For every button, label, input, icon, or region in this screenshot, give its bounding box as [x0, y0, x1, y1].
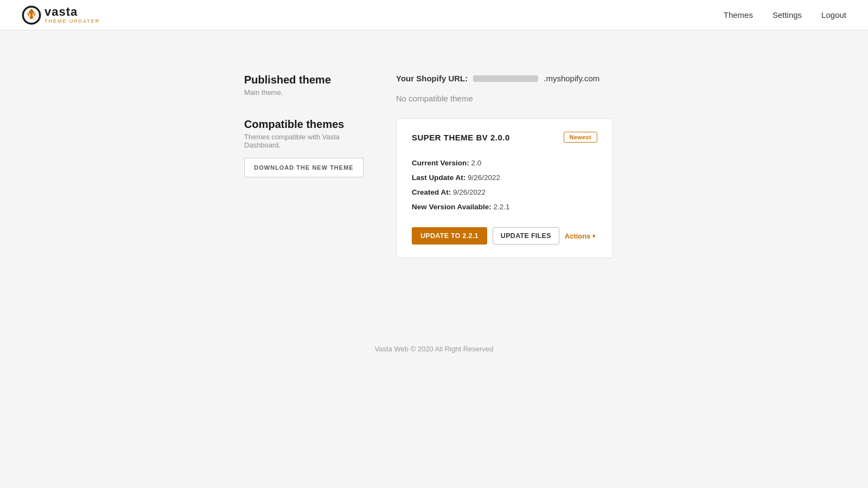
theme-card: SUPER THEME BV 2.0.0 Newest Current Vers…: [396, 118, 613, 258]
created-at-label: Created At:: [412, 188, 451, 196]
published-theme-section: Published theme Main theme.: [244, 74, 363, 97]
published-theme-title: Published theme: [244, 74, 363, 86]
brand-logo: vasta THEME UPDATER: [22, 5, 100, 25]
nav-logout[interactable]: Logout: [821, 10, 846, 20]
brand-subtitle: THEME UPDATER: [44, 19, 100, 24]
update-to-version-button[interactable]: UPDATE TO 2.2.1: [412, 227, 487, 245]
right-content: Your Shopify URL: .myshopify.com No comp…: [396, 63, 624, 258]
newest-badge: Newest: [564, 132, 597, 143]
svg-point-2: [30, 16, 33, 19]
theme-name: SUPER THEME BV 2.0.0: [412, 133, 510, 142]
vasta-logo-icon: [22, 5, 41, 25]
new-version-value-text: 2.2.1: [494, 203, 510, 211]
update-files-button[interactable]: UPDATE FILES: [493, 227, 559, 245]
nav-links: Themes Settings Logout: [724, 10, 846, 20]
shopify-url-row: Your Shopify URL: .myshopify.com: [396, 74, 624, 83]
shopify-url-domain: .myshopify.com: [544, 74, 599, 83]
nav-settings[interactable]: Settings: [773, 10, 802, 20]
download-new-theme-button[interactable]: DOWNLOAD THE NEW THEME: [244, 158, 363, 177]
main-content: Published theme Main theme. Compatible t…: [136, 30, 732, 291]
compatible-themes-subtitle: Themes compatible with Vasta Dashboard.: [244, 133, 363, 149]
last-update-row: Last Update At: 9/26/2022: [412, 170, 597, 185]
new-version-label: New Version Available:: [412, 203, 492, 211]
theme-details: Current Version: 2.0 Last Update At: 9/2…: [412, 156, 597, 214]
actions-button[interactable]: Actions ▾: [565, 232, 596, 240]
chevron-down-icon: ▾: [592, 233, 595, 239]
actions-label: Actions: [565, 232, 591, 240]
nav-themes[interactable]: Themes: [724, 10, 753, 20]
theme-card-header: SUPER THEME BV 2.0.0 Newest: [412, 132, 597, 143]
footer: Vasta Web © 2020 All Right Reserved: [0, 323, 868, 369]
created-at-row: Created At: 9/26/2022: [412, 185, 597, 200]
created-at-value-text: 9/26/2022: [453, 188, 486, 196]
compatible-themes-title: Compatible themes: [244, 118, 363, 131]
navbar: vasta THEME UPDATER Themes Settings Logo…: [0, 0, 868, 30]
current-version-row: Current Version: 2.0: [412, 156, 597, 170]
footer-text: Vasta Web © 2020 All Right Reserved: [375, 345, 494, 353]
new-version-row: New Version Available: 2.2.1: [412, 200, 597, 214]
current-version-label: Current Version:: [412, 159, 469, 167]
last-update-label: Last Update At:: [412, 174, 465, 182]
published-theme-subtitle: Main theme.: [244, 88, 363, 97]
brand-name: vasta: [44, 5, 100, 18]
shopify-url-label: Your Shopify URL:: [396, 74, 468, 83]
last-update-value-text: 9/26/2022: [468, 174, 500, 182]
current-version-value-text: 2.0: [471, 159, 482, 167]
no-compatible-text: No compatible theme: [396, 94, 624, 103]
compatible-themes-section: Compatible themes Themes compatible with…: [244, 118, 363, 177]
shopify-url-redacted: [473, 75, 538, 82]
theme-actions: UPDATE TO 2.2.1 UPDATE FILES Actions ▾: [412, 227, 597, 245]
sidebar: Published theme Main theme. Compatible t…: [244, 63, 363, 258]
